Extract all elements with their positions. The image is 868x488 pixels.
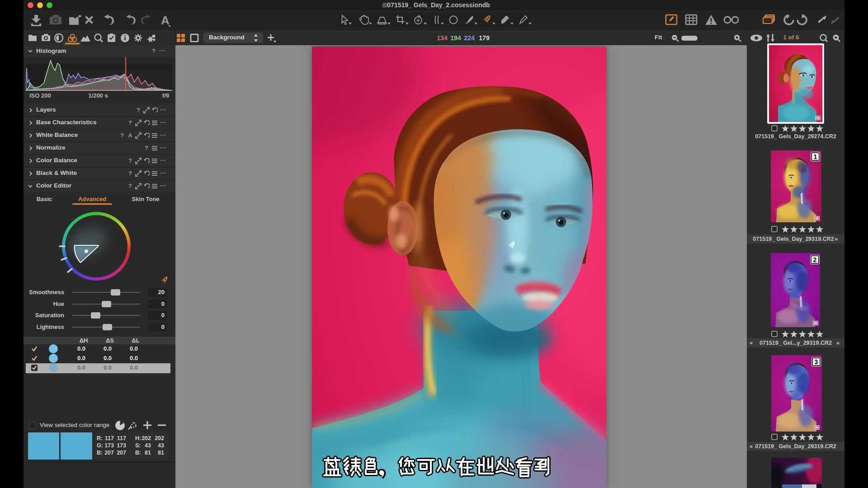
svg-text:A: A <box>161 14 170 27</box>
